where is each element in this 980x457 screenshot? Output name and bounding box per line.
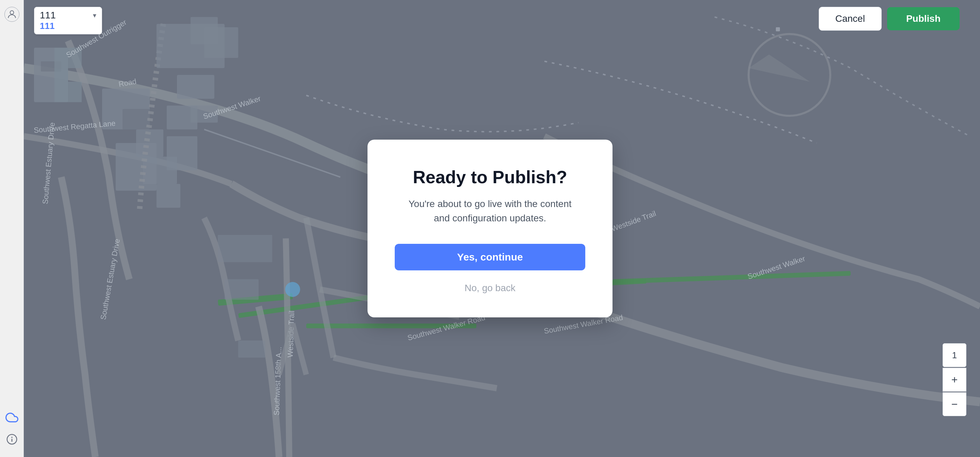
cancel-publish-button[interactable]: No, go back (465, 283, 515, 294)
confirm-publish-button[interactable]: Yes, continue (395, 244, 585, 270)
publish-modal: Ready to Publish? You're about to go liv… (368, 140, 612, 317)
modal-overlay: Ready to Publish? You're about to go liv… (0, 0, 980, 457)
modal-description: You're about to go live with the content… (408, 197, 571, 225)
modal-title: Ready to Publish? (413, 167, 567, 187)
